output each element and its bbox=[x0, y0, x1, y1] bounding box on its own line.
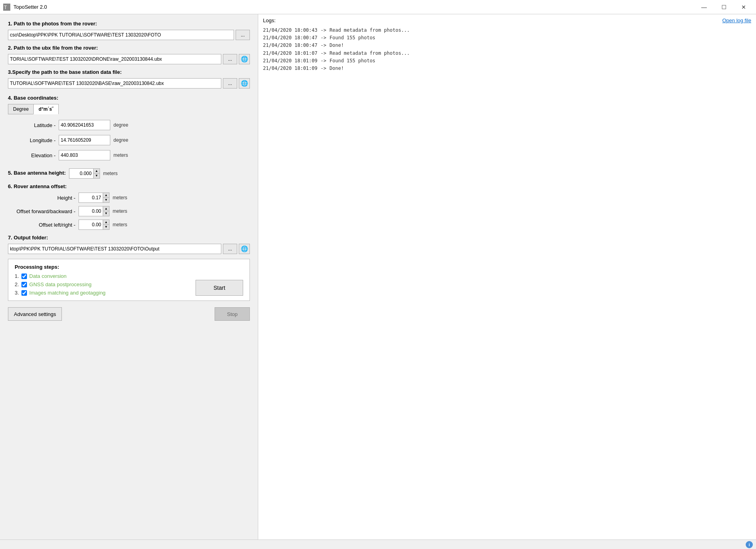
log-timestamp: 21/04/2020 18:01:09 bbox=[263, 65, 317, 72]
section4-label: 4. Base coordinates: bbox=[8, 95, 250, 101]
log-message: Read metadata from photos... bbox=[330, 27, 410, 34]
logs-title: Logs: bbox=[263, 17, 276, 23]
photos-browse-btn[interactable]: ... bbox=[236, 30, 250, 40]
step2-label: GNSS data postprocessing bbox=[29, 281, 92, 287]
antenna-height-up-btn[interactable]: ▲ bbox=[93, 169, 100, 173]
rover-offset-fields: Height - ▲ ▼ meters Offset forward/backw… bbox=[8, 193, 250, 230]
coord-tabs: Degree d°m´s˝ bbox=[8, 104, 250, 114]
step2-checkbox[interactable] bbox=[21, 282, 27, 287]
stop-button[interactable]: Stop bbox=[215, 307, 250, 321]
section-output: 7. Output folder: ... 🌐 bbox=[8, 235, 250, 254]
ubx-globe-btn[interactable]: 🌐 bbox=[239, 54, 250, 64]
latitude-row: Latitude - degree bbox=[8, 120, 250, 130]
title-bar-controls: — ☐ ✕ bbox=[695, 2, 753, 13]
base-path-input[interactable] bbox=[8, 78, 221, 89]
advanced-settings-button[interactable]: Advanced settings bbox=[8, 307, 62, 321]
rover-height-spinner: ▲ ▼ bbox=[79, 193, 109, 203]
longitude-input[interactable] bbox=[59, 135, 110, 145]
base-globe-btn[interactable]: 🌐 bbox=[239, 78, 250, 89]
antenna-height-spinner-btns: ▲ ▼ bbox=[93, 169, 100, 178]
antenna-height-input[interactable] bbox=[69, 169, 93, 178]
longitude-row: Longitude - degree bbox=[8, 135, 250, 145]
steps-list: 1. Data conversion 2. GNSS data postproc… bbox=[15, 273, 106, 296]
step3-checkbox[interactable] bbox=[21, 290, 27, 296]
tab-degree[interactable]: Degree bbox=[8, 104, 33, 114]
rover-fb-input[interactable] bbox=[79, 206, 103, 216]
photos-path-row: ... bbox=[8, 30, 250, 40]
latitude-input[interactable] bbox=[59, 120, 110, 130]
output-path-row: ... 🌐 bbox=[8, 244, 250, 254]
rover-height-unit: meters bbox=[113, 195, 127, 200]
left-bottom-bar: Advanced settings Stop bbox=[8, 307, 250, 321]
rover-lr-input[interactable] bbox=[79, 220, 103, 229]
rover-fb-row: Offset forward/backward - ▲ ▼ meters bbox=[8, 206, 250, 216]
ubx-browse-btn[interactable]: ... bbox=[223, 54, 237, 64]
log-entries: 21/04/2020 18:00:43 -> Read metadata fro… bbox=[263, 27, 751, 72]
log-timestamp: 21/04/2020 18:01:07 bbox=[263, 50, 317, 57]
rover-fb-up-btn[interactable]: ▲ bbox=[103, 206, 109, 211]
step2-num: 2. bbox=[15, 281, 19, 287]
logs-header: Logs: Open log file bbox=[263, 17, 751, 23]
section6-label: 6. Rover antenna offset: bbox=[8, 183, 250, 189]
log-row: 21/04/2020 18:01:07 -> Read metadata fro… bbox=[263, 50, 751, 57]
step-item-1: 1. Data conversion bbox=[15, 273, 106, 279]
rover-fb-unit: meters bbox=[113, 208, 127, 214]
output-globe-btn[interactable]: 🌐 bbox=[239, 244, 250, 254]
log-timestamp: 21/04/2020 18:00:43 bbox=[263, 27, 317, 34]
log-arrow: -> bbox=[320, 50, 326, 57]
section3-label: 3.Specify the path to the base station d… bbox=[8, 69, 250, 75]
latitude-label: Latitude - bbox=[20, 122, 56, 128]
close-button[interactable]: ✕ bbox=[735, 2, 753, 13]
open-log-link[interactable]: Open log file bbox=[722, 17, 751, 23]
tab-dms[interactable]: d°m´s˝ bbox=[33, 104, 58, 114]
step-item-2: 2. GNSS data postprocessing bbox=[15, 281, 106, 287]
photos-path-input[interactable] bbox=[8, 30, 234, 40]
output-path-input[interactable] bbox=[8, 244, 221, 254]
log-timestamp: 21/04/2020 18:01:09 bbox=[263, 57, 317, 65]
log-row: 21/04/2020 18:00:47 -> Found 155 photos bbox=[263, 34, 751, 42]
start-button[interactable]: Start bbox=[196, 280, 243, 296]
section2-label: 2. Path to the ubx file from the rover: bbox=[8, 45, 250, 51]
base-browse-btn[interactable]: ... bbox=[223, 78, 237, 89]
log-message: Done! bbox=[330, 42, 344, 49]
ubx-path-input[interactable] bbox=[8, 54, 221, 64]
antenna-height-row: 5. Base antenna height: ▲ ▼ meters bbox=[8, 168, 250, 179]
antenna-height-spinner: ▲ ▼ bbox=[69, 168, 100, 179]
section-coords: 4. Base coordinates: Degree d°m´s˝ Latit… bbox=[8, 95, 250, 164]
step3-label: Images matching and geotagging bbox=[29, 290, 106, 296]
title-bar: T TopoSetter 2.0 — ☐ ✕ bbox=[0, 0, 756, 14]
log-arrow: -> bbox=[320, 27, 326, 34]
rover-height-down-btn[interactable]: ▼ bbox=[103, 198, 109, 202]
maximize-button[interactable]: ☐ bbox=[715, 2, 733, 13]
rover-lr-down-btn[interactable]: ▼ bbox=[103, 225, 109, 229]
log-timestamp: 21/04/2020 18:00:47 bbox=[263, 34, 317, 42]
rover-fb-spinner: ▲ ▼ bbox=[79, 206, 109, 216]
log-arrow: -> bbox=[320, 65, 326, 72]
section-photos: 1. Path to the photos from the rover: ..… bbox=[8, 21, 250, 40]
rover-lr-up-btn[interactable]: ▲ bbox=[103, 220, 109, 225]
minimize-button[interactable]: — bbox=[695, 2, 713, 13]
rover-height-input[interactable] bbox=[79, 193, 103, 202]
elevation-input[interactable] bbox=[59, 150, 110, 160]
info-icon[interactable]: i bbox=[746, 541, 753, 548]
section5-label: 5. Base antenna height: bbox=[8, 170, 66, 176]
step1-checkbox[interactable] bbox=[21, 274, 27, 279]
step1-label: Data conversion bbox=[29, 273, 67, 279]
elevation-unit: meters bbox=[113, 152, 128, 158]
antenna-height-down-btn[interactable]: ▼ bbox=[93, 173, 100, 178]
rover-height-label: Height - bbox=[8, 195, 75, 201]
step1-num: 1. bbox=[15, 273, 19, 279]
rover-fb-down-btn[interactable]: ▼ bbox=[103, 211, 109, 216]
log-row: 21/04/2020 18:01:09 -> Done! bbox=[263, 65, 751, 72]
section-antenna-height: 5. Base antenna height: ▲ ▼ meters bbox=[8, 168, 250, 179]
ubx-path-row: ... 🌐 bbox=[8, 54, 250, 64]
rover-height-up-btn[interactable]: ▲ bbox=[103, 193, 109, 198]
log-row: 21/04/2020 18:00:47 -> Done! bbox=[263, 42, 751, 49]
log-timestamp: 21/04/2020 18:00:47 bbox=[263, 42, 317, 49]
app-icon: T bbox=[3, 4, 10, 11]
rover-height-spinner-btns: ▲ ▼ bbox=[103, 193, 109, 202]
output-browse-btn[interactable]: ... bbox=[223, 244, 237, 254]
rover-fb-label: Offset forward/backward - bbox=[8, 208, 75, 214]
log-message: Found 155 photos bbox=[330, 34, 376, 42]
rover-lr-unit: meters bbox=[113, 222, 127, 227]
